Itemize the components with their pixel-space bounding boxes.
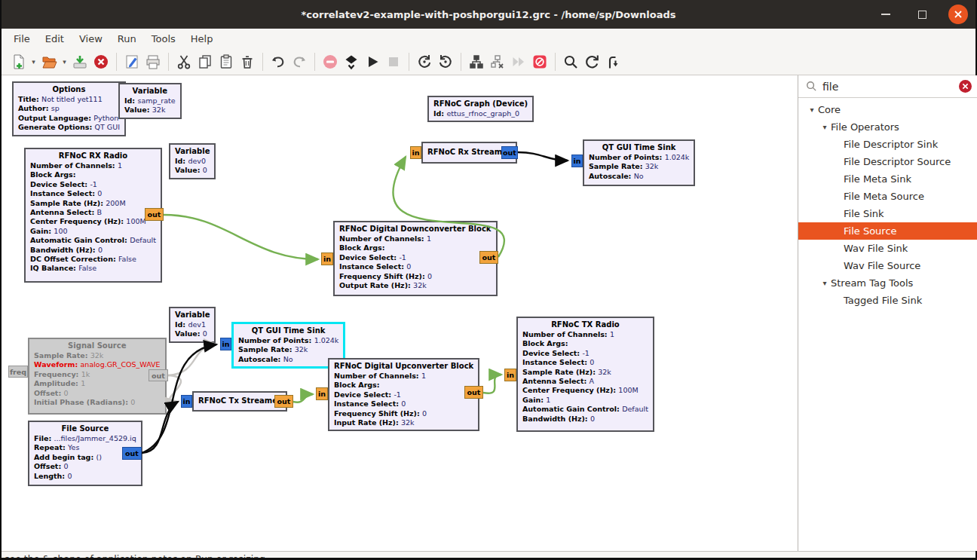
tree-item-label: File Operators bbox=[831, 121, 899, 133]
clear-search-button[interactable] bbox=[959, 80, 972, 93]
wire-green[interactable] bbox=[483, 375, 501, 393]
wire-gray[interactable] bbox=[168, 344, 216, 375]
block-title: RFNoC Graph (Device) bbox=[433, 99, 528, 109]
view-errors-icon bbox=[322, 54, 338, 70]
tree-item-wav-file-source[interactable]: Wav File Source bbox=[798, 257, 977, 274]
menu-view[interactable]: View bbox=[72, 31, 110, 47]
port-in-qt-gui-time-sink-tx[interactable]: in bbox=[220, 338, 231, 350]
menu-tools[interactable]: Tools bbox=[144, 31, 183, 47]
port-in-qt-gui-time-sink-rx[interactable]: in bbox=[571, 155, 583, 167]
delete-button[interactable] bbox=[237, 51, 258, 72]
block-variable-dev1[interactable]: VariableId: dev1Value: 0 bbox=[169, 307, 216, 343]
edit-properties-button[interactable] bbox=[121, 51, 142, 72]
reload-blocks-button[interactable] bbox=[581, 51, 602, 72]
block-rfnoc-graph-device[interactable]: RFNoC Graph (Device)Id: ettus_rfnoc_grap… bbox=[427, 96, 534, 122]
tree-item-file-source[interactable]: File Source bbox=[798, 222, 977, 240]
tree-item-file-sink[interactable]: File Sink bbox=[798, 205, 977, 222]
block-search-input[interactable] bbox=[822, 81, 954, 93]
block-rfnoc-rx-radio[interactable]: RFNoC RX RadioNumber of Channels: 1Block… bbox=[24, 148, 162, 283]
copy-button[interactable] bbox=[194, 51, 216, 72]
bypass-blocks-button[interactable] bbox=[508, 51, 529, 72]
wire-green[interactable] bbox=[164, 215, 318, 259]
block-param: Frequency: 1k bbox=[34, 370, 161, 379]
minimize-button[interactable] bbox=[876, 5, 896, 24]
block-param: Sample Rate (Hz): 32k bbox=[522, 368, 648, 377]
block-rfnoc-tx-streamer[interactable]: RFNoC Tx Streamer bbox=[192, 391, 287, 412]
block-rfnoc-digital-upconverter[interactable]: RFNoC Digital Upconverter BlockNumber of… bbox=[328, 358, 479, 431]
view-errors-button[interactable] bbox=[320, 51, 341, 72]
block-param: Device Select: -1 bbox=[339, 253, 492, 262]
flowgraph-canvas[interactable]: OptionsTitle: Not titled yet111Author: s… bbox=[2, 75, 798, 551]
port-in-rfnoc-rx-streamer[interactable]: in bbox=[410, 146, 421, 159]
port-out-rfnoc-digital-downconverter[interactable]: out bbox=[479, 251, 498, 264]
expander-icon[interactable]: ▾ bbox=[819, 123, 831, 131]
toggle-disabled-blocks-button[interactable] bbox=[529, 51, 550, 72]
block-variable-dev0[interactable]: VariableId: dev0Value: 0 bbox=[169, 143, 216, 179]
block-param: Add begin tag: () bbox=[34, 453, 136, 462]
print-button[interactable] bbox=[142, 51, 164, 72]
open-file-caret[interactable]: ▾ bbox=[60, 51, 69, 72]
wire-gray[interactable] bbox=[168, 375, 181, 402]
port-in-rfnoc-tx-streamer[interactable]: in bbox=[181, 395, 192, 408]
port-out-rfnoc-rx-streamer[interactable]: out bbox=[501, 146, 518, 159]
block-signal-source[interactable]: Signal SourceSample Rate: 32kWaveform: a… bbox=[28, 338, 167, 415]
tree-item-file-descriptor-sink[interactable]: File Descriptor Sink bbox=[798, 136, 977, 153]
generate-flowgraph-button[interactable] bbox=[341, 51, 362, 72]
expander-icon[interactable]: ▾ bbox=[819, 279, 831, 287]
port-in-rfnoc-tx-radio[interactable]: in bbox=[504, 369, 516, 381]
tree-item-label: File Sink bbox=[844, 208, 884, 219]
block-title: File Source bbox=[34, 424, 136, 434]
expander-icon[interactable]: ▾ bbox=[806, 106, 818, 114]
tree-item-file-meta-sink[interactable]: File Meta Sink bbox=[798, 170, 977, 188]
paste-button[interactable] bbox=[216, 51, 237, 72]
tree-item-stream-tag-tools[interactable]: ▾Stream Tag Tools bbox=[798, 274, 977, 292]
block-rfnoc-digital-downconverter[interactable]: RFNoC Digital Downconverter BlockNumber … bbox=[333, 221, 498, 296]
tree-item-file-descriptor-source[interactable]: File Descriptor Source bbox=[798, 153, 977, 170]
tree-item-core[interactable]: ▾Core bbox=[798, 101, 977, 118]
restore-button[interactable] bbox=[912, 5, 932, 24]
block-variable-samp-rate[interactable]: VariableId: samp_rateValue: 32k bbox=[118, 83, 182, 119]
block-param: Device Select: -1 bbox=[522, 349, 648, 358]
rotate-ccw-button[interactable] bbox=[414, 51, 435, 72]
find-block-button[interactable] bbox=[560, 51, 581, 72]
block-rfnoc-tx-radio[interactable]: RFNoC TX RadioNumber of Channels: 1Block… bbox=[516, 317, 654, 432]
new-file-caret[interactable]: ▾ bbox=[29, 51, 38, 72]
parser-errors-button[interactable] bbox=[602, 51, 623, 72]
cut-button[interactable] bbox=[173, 51, 194, 72]
execute-flowgraph-button[interactable] bbox=[362, 51, 383, 72]
port-out-rfnoc-digital-upconverter[interactable]: out bbox=[464, 386, 483, 399]
tree-item-tagged-file-sink[interactable]: Tagged File Sink bbox=[798, 292, 977, 309]
block-param: Author: sp bbox=[18, 104, 120, 113]
block-qt-gui-time-sink-rx[interactable]: QT GUI Time SinkNumber of Points: 1.024k… bbox=[583, 139, 695, 186]
new-file-button[interactable] bbox=[8, 51, 29, 72]
enable-blocks-button[interactable] bbox=[466, 51, 487, 72]
block-title: RFNoC Digital Downconverter Block bbox=[339, 224, 492, 234]
wire-black[interactable] bbox=[518, 152, 568, 161]
redo-button[interactable] bbox=[289, 51, 310, 72]
menu-edit[interactable]: Edit bbox=[38, 31, 72, 47]
port-out-signal-source[interactable]: out bbox=[149, 369, 168, 381]
port-out-rfnoc-tx-streamer[interactable]: out bbox=[274, 395, 293, 408]
rotate-cw-button[interactable] bbox=[435, 51, 456, 72]
close-window-button[interactable] bbox=[948, 5, 968, 24]
port-out-rfnoc-rx-radio[interactable]: out bbox=[145, 208, 164, 221]
tree-item-file-meta-source[interactable]: File Meta Source bbox=[798, 188, 977, 205]
port-in-rfnoc-digital-upconverter[interactable]: in bbox=[316, 387, 328, 400]
save-file-button[interactable] bbox=[69, 51, 90, 72]
close-file-button[interactable] bbox=[90, 51, 112, 72]
disable-blocks-button[interactable] bbox=[487, 51, 508, 72]
menu-run[interactable]: Run bbox=[110, 31, 144, 47]
block-options[interactable]: OptionsTitle: Not titled yet111Author: s… bbox=[12, 81, 126, 136]
port-freq-signal-source[interactable]: freq bbox=[8, 366, 28, 378]
menu-help[interactable]: Help bbox=[183, 31, 221, 47]
tree-item-wav-file-sink[interactable]: Wav File Sink bbox=[798, 240, 977, 257]
menu-file[interactable]: File bbox=[6, 31, 38, 47]
tree-item-file-operators[interactable]: ▾File Operators bbox=[798, 118, 977, 136]
port-in-rfnoc-digital-downconverter[interactable]: in bbox=[321, 252, 333, 265]
undo-button[interactable] bbox=[268, 51, 289, 72]
block-param: Number of Channels: 1 bbox=[30, 161, 156, 170]
port-out-file-source[interactable]: out bbox=[122, 447, 142, 460]
kill-flowgraph-button[interactable] bbox=[383, 51, 404, 72]
wire-green[interactable] bbox=[293, 394, 313, 402]
open-file-button[interactable] bbox=[38, 51, 60, 72]
